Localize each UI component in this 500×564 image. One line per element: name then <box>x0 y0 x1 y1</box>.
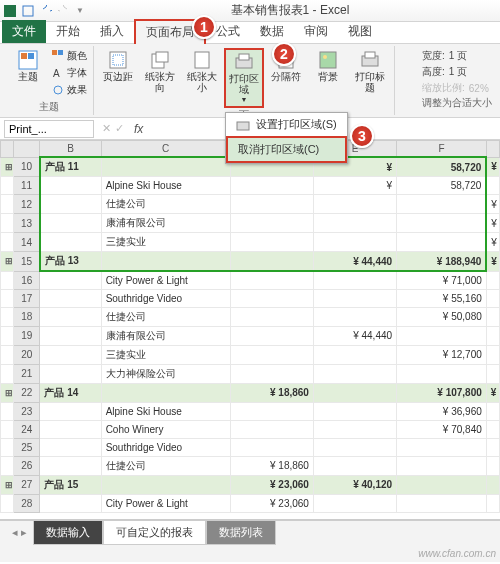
cell[interactable] <box>40 233 101 252</box>
cell[interactable]: ¥ 18,860 <box>230 383 313 402</box>
cell[interactable] <box>486 475 499 494</box>
cell[interactable] <box>230 307 313 326</box>
cell[interactable] <box>40 345 101 364</box>
cell[interactable] <box>101 252 230 272</box>
cell[interactable]: City Power & Light <box>101 494 230 512</box>
cell[interactable] <box>40 364 101 383</box>
cell[interactable] <box>230 289 313 307</box>
cell[interactable]: ¥ 50,080 <box>397 307 487 326</box>
cell[interactable]: ¥ 12,700 <box>397 345 487 364</box>
cell[interactable] <box>313 494 396 512</box>
print-area-button[interactable]: 打印区域▼ <box>224 48 264 108</box>
table-row[interactable]: 16City Power & Light¥ 71,000 <box>1 271 500 289</box>
table-row[interactable]: 24Coho Winery¥ 70,840 <box>1 420 500 438</box>
cell[interactable] <box>230 420 313 438</box>
cell[interactable] <box>313 383 396 402</box>
table-row[interactable]: ⊞27产品 15¥ 23,060¥ 40,120 <box>1 475 500 494</box>
enter-icon[interactable]: ✓ <box>115 122 124 135</box>
col-header[interactable]: B <box>40 141 101 158</box>
outline-toggle[interactable] <box>1 177 14 195</box>
table-row[interactable]: 25Southridge Video <box>1 438 500 456</box>
row-header[interactable]: 21 <box>14 364 40 383</box>
cell[interactable]: 仕捷公司 <box>101 456 230 475</box>
spreadsheet-grid[interactable]: B C D E F ⊞10产品 11¥58,720¥11Alpine Ski H… <box>0 140 500 520</box>
outline-toggle[interactable]: ⊞ <box>1 252 14 272</box>
outline-toggle[interactable] <box>1 494 14 512</box>
table-row[interactable]: 11Alpine Ski House¥58,720 <box>1 177 500 195</box>
cell[interactable]: ¥ 44,440 <box>313 252 396 272</box>
cell[interactable]: ¥ <box>486 157 499 177</box>
cell[interactable] <box>230 214 313 233</box>
cell[interactable]: ¥ 55,160 <box>397 289 487 307</box>
outline-toggle[interactable]: ⊞ <box>1 157 14 177</box>
cell[interactable]: 三捷实业 <box>101 345 230 364</box>
col-header[interactable]: F <box>397 141 487 158</box>
table-row[interactable]: 23Alpine Ski House¥ 36,960 <box>1 402 500 420</box>
undo-icon[interactable] <box>40 5 52 17</box>
size-button[interactable]: 纸张大小 <box>182 48 222 95</box>
table-row[interactable]: ⊞22产品 14¥ 18,860¥ 107,800¥ <box>1 383 500 402</box>
themes-button[interactable]: 主题 <box>8 48 48 84</box>
cell[interactable] <box>40 177 101 195</box>
sheet-nav[interactable]: ◂ ▸ <box>6 526 33 539</box>
tab-review[interactable]: 审阅 <box>294 20 338 43</box>
cell[interactable] <box>101 383 230 402</box>
name-box[interactable] <box>4 120 94 138</box>
cell[interactable] <box>230 402 313 420</box>
cell[interactable]: 产品 15 <box>40 475 101 494</box>
cell[interactable] <box>486 289 499 307</box>
cell[interactable] <box>230 252 313 272</box>
cell[interactable] <box>486 438 499 456</box>
cell[interactable] <box>397 233 487 252</box>
outline-toggle[interactable] <box>1 345 14 364</box>
cell[interactable]: ¥ <box>486 383 499 402</box>
cell[interactable]: Southridge Video <box>101 289 230 307</box>
cell[interactable] <box>40 214 101 233</box>
row-header[interactable]: 27 <box>14 475 40 494</box>
cell[interactable] <box>40 402 101 420</box>
cell[interactable]: ¥ 107,800 <box>397 383 487 402</box>
cell[interactable] <box>313 438 396 456</box>
cell[interactable]: 产品 13 <box>40 252 101 272</box>
cell[interactable] <box>313 233 396 252</box>
outline-toggle[interactable]: ⊞ <box>1 475 14 494</box>
row-header[interactable]: 10 <box>14 157 40 177</box>
cell[interactable] <box>230 438 313 456</box>
background-button[interactable]: 背景 <box>308 48 348 84</box>
table-row[interactable]: 13康浦有限公司¥ <box>1 214 500 233</box>
cell[interactable] <box>313 289 396 307</box>
cell[interactable]: ¥ 23,060 <box>230 475 313 494</box>
row-header[interactable]: 22 <box>14 383 40 402</box>
effects-button[interactable]: 效果 <box>50 82 89 98</box>
orientation-button[interactable]: 纸张方向 <box>140 48 180 95</box>
outline-toggle[interactable] <box>1 271 14 289</box>
cell[interactable]: ¥ 44,440 <box>313 326 396 345</box>
sheet-tab[interactable]: 可自定义的报表 <box>103 520 206 545</box>
cell[interactable]: 58,720 <box>397 157 487 177</box>
cell[interactable] <box>313 271 396 289</box>
cell[interactable] <box>230 271 313 289</box>
cell[interactable]: ¥ 18,860 <box>230 456 313 475</box>
table-row[interactable]: 18仕捷公司¥ 50,080 <box>1 307 500 326</box>
cell[interactable] <box>486 456 499 475</box>
cell[interactable] <box>40 195 101 214</box>
cell[interactable] <box>40 456 101 475</box>
colors-button[interactable]: 颜色 <box>50 48 89 64</box>
cell[interactable] <box>397 494 487 512</box>
row-header[interactable]: 16 <box>14 271 40 289</box>
cell[interactable] <box>486 420 499 438</box>
cell[interactable] <box>397 456 487 475</box>
cell[interactable] <box>486 364 499 383</box>
cell[interactable] <box>40 494 101 512</box>
cell[interactable] <box>486 177 499 195</box>
table-row[interactable]: 14三捷实业¥ <box>1 233 500 252</box>
table-row[interactable]: 20三捷实业¥ 12,700 <box>1 345 500 364</box>
outline-toggle[interactable] <box>1 364 14 383</box>
clear-print-area-item[interactable]: 取消打印区域(C) <box>226 136 347 163</box>
qat-dropdown-icon[interactable]: ▼ <box>76 6 84 15</box>
cell[interactable] <box>313 345 396 364</box>
outline-toggle[interactable] <box>1 233 14 252</box>
cell[interactable] <box>397 195 487 214</box>
cell[interactable]: ¥ 23,060 <box>230 494 313 512</box>
row-header[interactable]: 24 <box>14 420 40 438</box>
